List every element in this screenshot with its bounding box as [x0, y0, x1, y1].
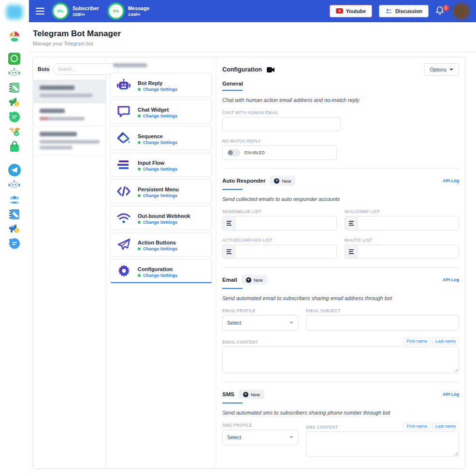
change-settings-link[interactable]: Change Settings: [143, 273, 177, 278]
new-button-label: New: [282, 178, 291, 184]
blue-bot-icon[interactable]: [8, 179, 21, 191]
menu-item-label: Out-bound Webhook: [138, 213, 190, 219]
page-title: Telegram Bot Manager: [33, 29, 476, 39]
auto-responder-api-log-link[interactable]: API Log: [443, 178, 459, 183]
resize-grip[interactable]: [454, 452, 458, 456]
general-description: Chat with human action email address and…: [222, 97, 459, 103]
options-button[interactable]: Options: [424, 63, 459, 76]
menu-item-input-flow[interactable]: Input Flow Change Settings: [110, 153, 212, 177]
menu-item-persistent-menu[interactable]: Persistent Menu Change Settings: [110, 179, 212, 203]
first-name-chip[interactable]: First name: [403, 338, 431, 345]
plus-icon: +: [274, 178, 279, 184]
green-broadcast-icon[interactable]: $: [8, 96, 21, 108]
youtube-icon: [336, 8, 343, 14]
general-section-title: General: [222, 81, 459, 86]
email-content-textarea[interactable]: [222, 346, 459, 373]
enabled-toggle[interactable]: [227, 149, 240, 156]
bot-list-item[interactable]: [33, 103, 106, 126]
message-label: Message: [128, 5, 149, 12]
sms-api-log-link[interactable]: API Log: [443, 392, 459, 397]
handshake-icon[interactable]: [8, 126, 21, 138]
blue-contacts-icon[interactable]: [8, 208, 21, 220]
dashboard-icon[interactable]: [8, 30, 21, 43]
sms-content-textarea[interactable]: [306, 431, 459, 457]
shop-bag-icon[interactable]: [8, 141, 21, 153]
bot-manager-card: Bots Bot Reply Change Settings: [33, 57, 465, 469]
menu-item-action-buttons[interactable]: Action Buttons Change Settings: [110, 232, 212, 257]
youtube-button[interactable]: Youtube: [330, 5, 372, 17]
bot-username-redacted: [40, 140, 100, 144]
blue-broadcast-icon[interactable]: $: [8, 222, 21, 235]
status-dot: [138, 194, 141, 197]
email-new-button[interactable]: +New: [242, 275, 267, 285]
auto-responder-new-button[interactable]: +New: [270, 176, 295, 186]
activecampaign-list-input[interactable]: [235, 245, 336, 259]
divider: [222, 168, 459, 169]
change-settings-link[interactable]: Change Settings: [143, 193, 177, 198]
last-name-chip[interactable]: Last name: [432, 423, 459, 430]
email-profile-select[interactable]: Select: [222, 315, 298, 330]
email-subject-input[interactable]: [306, 315, 459, 330]
list-icon: [345, 245, 358, 259]
enabled-toggle-label: ENABLED: [245, 150, 265, 155]
mautic-list-input[interactable]: [358, 245, 459, 259]
bot-username-redacted: [40, 146, 72, 149]
chat-bubble-icon: [116, 104, 131, 119]
menu-item-outbound-webhook[interactable]: Out-bound Webhook Change Settings: [110, 206, 212, 230]
message-percent: 0%: [113, 9, 119, 14]
section-underline: [222, 90, 243, 91]
sendinblue-list-label: SENDINBLUE LIST: [222, 209, 337, 214]
change-settings-link[interactable]: Change Settings: [143, 87, 177, 92]
subscriber-count: 158/∞: [72, 12, 99, 17]
sms-profile-select[interactable]: Select: [222, 430, 298, 445]
discussion-button[interactable]: Discussion: [379, 5, 429, 17]
whatsapp-icon[interactable]: [8, 52, 21, 65]
telegram-icon[interactable]: [8, 164, 21, 176]
sms-new-button[interactable]: +New: [239, 389, 264, 399]
sendinblue-list-input[interactable]: [235, 216, 336, 230]
green-bot-icon[interactable]: [8, 67, 21, 79]
mailchimp-list-input[interactable]: [358, 216, 459, 230]
code-icon: [116, 184, 131, 199]
menu-item-label: Configuration: [138, 266, 173, 272]
email-api-log-link[interactable]: API Log: [443, 277, 459, 282]
app-logo[interactable]: [6, 5, 23, 19]
select-value: Select: [227, 320, 241, 326]
auto-responder-description: Send collected emails to auto responder …: [222, 196, 459, 202]
status-dot: [138, 274, 141, 277]
users-icon: [385, 8, 392, 14]
bot-list-item[interactable]: [33, 126, 106, 155]
menu-item-chat-widget[interactable]: Chat Widget Change Settings: [110, 100, 212, 124]
first-name-chip[interactable]: First name: [403, 423, 431, 430]
list-icon: [223, 216, 235, 230]
menu-item-sequence[interactable]: Sequence Change Settings: [110, 126, 212, 150]
resize-grip[interactable]: [454, 369, 458, 373]
change-settings-link[interactable]: Change Settings: [143, 246, 177, 251]
chat-with-human-email-input[interactable]: [222, 117, 341, 131]
change-settings-link[interactable]: Change Settings: [143, 220, 177, 225]
menu-item-label: Action Buttons: [138, 240, 176, 245]
blue-group-icon[interactable]: [8, 193, 21, 206]
change-settings-link[interactable]: Change Settings: [143, 167, 177, 172]
menu-item-label: Chat Widget: [138, 107, 169, 113]
green-contacts-icon[interactable]: [8, 81, 21, 94]
menu-item-configuration[interactable]: Configuration Change Settings: [110, 259, 212, 283]
last-name-chip[interactable]: Last name: [432, 338, 459, 345]
hamburger-menu-icon[interactable]: [36, 8, 44, 14]
bot-list-item[interactable]: [33, 80, 106, 103]
blue-chat-icon[interactable]: [8, 237, 21, 250]
notifications-button[interactable]: 3: [435, 6, 446, 16]
fill-bucket-icon: [116, 131, 131, 145]
change-settings-link[interactable]: Change Settings: [143, 140, 177, 145]
sms-description: Send automated sms to subscribers sharin…: [222, 410, 459, 416]
menu-item-bot-reply[interactable]: Bot Reply Change Settings: [110, 73, 212, 97]
page-subtitle: Manage your Telegram bot: [33, 41, 476, 46]
email-description: Send automated email to subscribers shar…: [222, 295, 459, 301]
user-avatar[interactable]: [453, 3, 469, 19]
section-underline: [222, 402, 243, 403]
green-chat-icon[interactable]: [8, 111, 21, 123]
mautic-list-label: MAUTIC LIST: [345, 238, 459, 243]
sms-section-title: SMS: [222, 391, 234, 397]
change-settings-link[interactable]: Change Settings: [143, 114, 177, 118]
video-camera-icon[interactable]: [267, 67, 274, 72]
